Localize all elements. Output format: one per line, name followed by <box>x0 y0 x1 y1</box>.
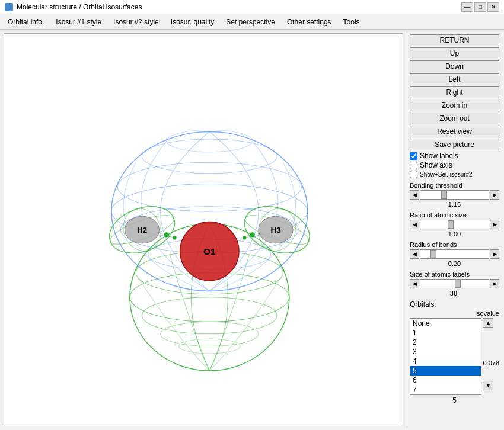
show-axis-row: Show axis <box>410 161 499 169</box>
ratio-atomic-left-arrow[interactable]: ◀ <box>410 220 419 229</box>
bonding-threshold-slider-row: ◀ ▶ <box>410 190 499 200</box>
title-bar: Molecular structure / Orbital isosurface… <box>0 0 504 14</box>
menu-bar: Orbital info. Isosur.#1 style Isosur.#2 … <box>0 14 504 30</box>
app-icon <box>5 3 13 11</box>
orbitals-bottom: Isovalue None 1 2 3 4 5 6 7 <box>410 310 499 395</box>
menu-isosur2-style[interactable]: Isosur.#2 style <box>108 16 164 28</box>
isovalue-value: 0.078 <box>483 360 499 367</box>
menu-isosur-quality[interactable]: Isosur. quality <box>165 16 219 28</box>
svg-point-31 <box>250 232 255 237</box>
svg-point-29 <box>164 232 169 237</box>
isovalue-up-arrow[interactable]: ▲ <box>483 318 493 328</box>
menu-set-perspective[interactable]: Set perspective <box>221 16 280 28</box>
orbital-7[interactable]: 7 <box>410 385 481 394</box>
left-button[interactable]: Left <box>410 73 499 85</box>
svg-point-32 <box>243 236 246 239</box>
sidebar: RETURN Up Down Left Right Zoom in Zoom o… <box>407 32 502 428</box>
size-labels-right-arrow[interactable]: ▶ <box>490 279 499 288</box>
size-atomic-labels-slider-row: ◀ ▶ <box>410 279 499 288</box>
right-button[interactable]: Right <box>410 86 499 98</box>
orbitals-label: Orbitals: <box>410 300 499 309</box>
size-labels-left-arrow[interactable]: ◀ <box>410 279 419 288</box>
size-labels-track[interactable] <box>420 279 489 288</box>
ratio-atomic-size-value: 1.00 <box>410 230 499 238</box>
show-labels-label: Show labels <box>420 152 458 160</box>
orbital-1[interactable]: 1 <box>410 328 481 338</box>
radius-bonds-track[interactable] <box>420 249 489 259</box>
orbital-none[interactable]: None <box>410 319 481 328</box>
orbitals-section: Orbitals: Isovalue None 1 2 3 4 <box>410 300 499 405</box>
up-button[interactable]: Up <box>410 47 499 59</box>
zoom-in-button[interactable]: Zoom in <box>410 100 499 111</box>
orbital-6[interactable]: 6 <box>410 376 481 385</box>
radius-bonds-left-arrow[interactable]: ◀ <box>410 249 419 259</box>
bonding-threshold-track[interactable] <box>420 190 489 200</box>
show-labels-row: Show labels <box>410 152 499 160</box>
orbitals-list[interactable]: None 1 2 3 4 5 6 7 <box>410 318 481 395</box>
isovalue-section: ▲ 0.078 ▼ <box>483 318 499 395</box>
orbital-4[interactable]: 4 <box>410 357 481 366</box>
svg-point-30 <box>173 236 176 239</box>
svg-text:H3: H3 <box>270 226 280 235</box>
ratio-atomic-size-label: Ratio of atomic size <box>410 211 499 219</box>
reset-view-button[interactable]: Reset view <box>410 126 499 137</box>
isovalue-header: Isovalue <box>475 310 499 317</box>
save-picture-button[interactable]: Save picture <box>410 139 499 150</box>
size-atomic-labels-label: Size of atomic labels <box>410 271 499 278</box>
size-atomic-labels-value: 38. <box>410 290 499 297</box>
bonding-threshold-left-arrow[interactable]: ◀ <box>410 190 419 200</box>
molecular-canvas: H2 H3 O1 <box>4 33 403 426</box>
orbital-3[interactable]: 3 <box>410 347 481 357</box>
window-title: Molecular structure / Orbital isosurface… <box>17 3 142 11</box>
ratio-atomic-size-slider-row: ◀ ▶ <box>410 220 499 229</box>
show-labels-checkbox[interactable] <box>410 152 417 160</box>
isovalue-down-arrow[interactable]: ▼ <box>483 381 493 390</box>
menu-other-settings[interactable]: Other settings <box>282 16 337 28</box>
down-button[interactable]: Down <box>410 60 499 72</box>
maximize-btn[interactable]: □ <box>474 2 486 12</box>
menu-isosur1-style[interactable]: Isosur.#1 style <box>50 16 107 28</box>
minimize-btn[interactable]: — <box>461 2 473 12</box>
window-controls: — □ ✕ <box>461 2 499 12</box>
radius-bonds-label: Radius of bonds <box>410 241 499 248</box>
radius-bonds-value: 0.20 <box>410 260 499 267</box>
show-axis-label: Show axis <box>420 161 452 169</box>
close-btn[interactable]: ✕ <box>487 2 499 12</box>
bonding-threshold-label: Bonding threshold <box>410 182 499 189</box>
show-sel-isosur-row: Show+Sel. isosur#2 <box>410 171 499 178</box>
orbital-2[interactable]: 2 <box>410 338 481 347</box>
show-sel-isosur-checkbox[interactable] <box>410 171 417 178</box>
isovalue-arrows: ▲ 0.078 ▼ <box>483 318 499 390</box>
orbitals-selected-value: 5 <box>410 396 499 405</box>
ratio-atomic-right-arrow[interactable]: ▶ <box>490 220 499 229</box>
ratio-atomic-track[interactable] <box>420 220 489 229</box>
radius-bonds-right-arrow[interactable]: ▶ <box>490 249 499 259</box>
svg-text:O1: O1 <box>203 246 216 256</box>
show-sel-isosur-label: Show+Sel. isosur#2 <box>420 171 473 178</box>
svg-text:H2: H2 <box>137 226 147 235</box>
bonding-threshold-value: 1.15 <box>410 201 499 208</box>
show-axis-checkbox[interactable] <box>410 162 417 169</box>
radius-bonds-slider-row: ◀ ▶ <box>410 249 499 259</box>
orbital-5[interactable]: 5 <box>410 366 481 376</box>
main-area: H2 H3 O1 RETURN Up Down Left Right Zoom … <box>0 30 504 430</box>
return-button[interactable]: RETURN <box>410 34 499 46</box>
zoom-out-button[interactable]: Zoom out <box>410 113 499 124</box>
menu-tools[interactable]: Tools <box>338 16 365 28</box>
bonding-threshold-right-arrow[interactable]: ▶ <box>490 190 499 200</box>
menu-orbital-info[interactable]: Orbital info. <box>2 16 49 28</box>
